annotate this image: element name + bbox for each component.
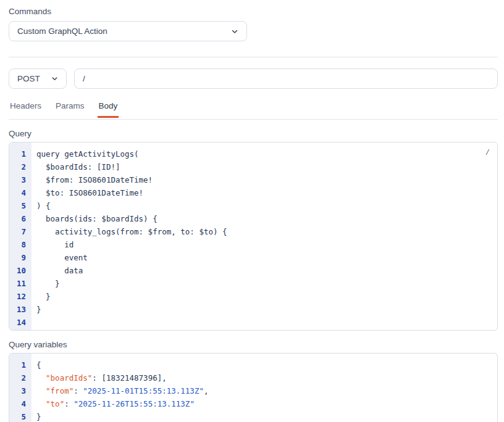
chevron-down-icon (231, 28, 238, 35)
code-line: $boardIds: [ID!] (36, 160, 490, 173)
code-line: } (36, 277, 490, 290)
code-line: "boardIds": [18321487396], (36, 371, 490, 384)
code-line: { (36, 358, 490, 371)
line-number: 4 (9, 186, 32, 199)
code-line: } (36, 303, 490, 316)
line-number: 4 (9, 397, 32, 410)
line-number: 2 (9, 371, 32, 384)
line-number: 9 (9, 251, 32, 264)
line-number: 11 (9, 277, 32, 290)
line-number: 12 (9, 290, 32, 303)
chevron-down-icon (51, 75, 58, 82)
code-line: "from": "2025-11-01T15:55:13.113Z", (36, 384, 490, 397)
slash-hint: / (486, 147, 489, 157)
line-number: 3 (9, 173, 32, 186)
line-number: 8 (9, 238, 32, 251)
line-number: 14 (9, 316, 32, 329)
query-code-editor[interactable]: 1234567891011121314 query getActivityLog… (9, 142, 498, 331)
code-line (36, 316, 490, 329)
code-line: data (36, 264, 490, 277)
code-line: activity_logs(from: $from, to: $to) { (36, 225, 490, 238)
line-number: 1 (9, 358, 32, 371)
code-line: id (36, 238, 490, 251)
commands-select[interactable]: Custom GraphQL Action (9, 21, 247, 41)
code-line: } (36, 290, 490, 303)
line-number: 5 (9, 199, 32, 212)
line-number: 13 (9, 303, 32, 316)
line-number: 10 (9, 264, 32, 277)
line-number: 7 (9, 225, 32, 238)
url-input[interactable] (74, 68, 498, 89)
query-label: Query (9, 129, 498, 138)
commands-selected-value: Custom GraphQL Action (17, 27, 107, 36)
variables-code-area[interactable]: { "boardIds": [18321487396], "from": "20… (32, 354, 497, 422)
code-line: query getActivityLogs( (36, 147, 490, 160)
request-row: POST (9, 68, 498, 89)
line-number: 1 (9, 147, 32, 160)
custom-action-form: Commands Custom GraphQL Action POST Head… (0, 0, 504, 422)
code-line: } (36, 410, 490, 422)
line-number: 6 (9, 212, 32, 225)
method-selected-value: POST (17, 74, 40, 83)
query-variables-editor[interactable]: 12345 { "boardIds": [18321487396], "from… (9, 353, 498, 422)
line-number: 3 (9, 384, 32, 397)
code-line: $to: ISO8601DateTime! (36, 186, 490, 199)
section-divider (9, 57, 498, 57)
code-line: event (36, 251, 490, 264)
query-code-area[interactable]: query getActivityLogs( $boardIds: [ID!] … (32, 143, 497, 330)
tab-body[interactable]: Body (98, 101, 119, 118)
query-variables-label: Query variables (9, 340, 498, 349)
code-line: boards(ids: $boardIds) { (36, 212, 490, 225)
line-number-gutter: 1234567891011121314 (9, 143, 32, 330)
line-number-gutter: 12345 (9, 354, 32, 422)
line-number: 2 (9, 160, 32, 173)
code-line: $from: ISO8601DateTime! (36, 173, 490, 186)
tab-params[interactable]: Params (54, 101, 86, 118)
commands-label: Commands (9, 7, 498, 16)
code-line: ) { (36, 199, 490, 212)
request-tabs: Headers Params Body (9, 101, 498, 120)
line-number: 5 (9, 410, 32, 422)
method-select[interactable]: POST (9, 68, 67, 89)
code-line: "to": "2025-11-26T15:55:13.113Z" (36, 397, 490, 410)
tab-headers[interactable]: Headers (9, 101, 43, 118)
